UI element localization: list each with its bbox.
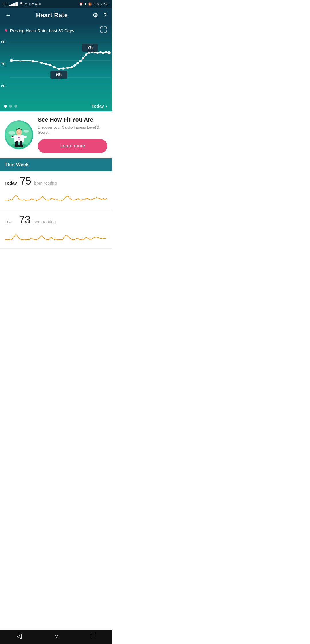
svg-point-41 bbox=[20, 131, 21, 133]
y-label-70: 70 bbox=[1, 62, 5, 66]
help-button[interactable]: ? bbox=[103, 12, 107, 19]
headphone-icon: ⊙ bbox=[25, 2, 27, 6]
fitness-text: See How Fit You Are Discover your Cardio… bbox=[38, 116, 107, 153]
svg-point-25 bbox=[108, 51, 111, 54]
carrier-label: EE bbox=[3, 2, 8, 6]
svg-point-8 bbox=[53, 66, 56, 68]
svg-rect-44 bbox=[11, 136, 14, 137]
svg-rect-43 bbox=[23, 136, 27, 138]
this-week-header: This Week bbox=[0, 158, 112, 171]
fitness-card-title: See How Fit You Are bbox=[38, 116, 107, 123]
svg-point-39 bbox=[16, 129, 22, 135]
svg-point-13 bbox=[73, 64, 76, 67]
fitness-avatar bbox=[5, 120, 33, 149]
learn-more-button[interactable]: Learn more bbox=[38, 139, 107, 153]
tue-row: Tue 73 bpm resting bbox=[0, 210, 112, 249]
heart-rate-chart: 75 65 bbox=[0, 37, 112, 101]
today-row: Today 75 bpm resting bbox=[0, 171, 112, 210]
tue-bpm-unit: bpm resting bbox=[33, 219, 56, 224]
svg-point-17 bbox=[85, 53, 87, 56]
bluetooth-icon: ✦ bbox=[84, 2, 87, 6]
dot-2[interactable] bbox=[9, 105, 12, 108]
alarm-icon: ⏰ bbox=[79, 2, 83, 6]
svg-point-15 bbox=[79, 60, 82, 62]
svg-rect-38 bbox=[18, 138, 20, 139]
svg-point-48 bbox=[19, 145, 23, 147]
today-label: Today ▲ bbox=[92, 103, 108, 108]
dnd-icon: ⊗ bbox=[35, 2, 38, 6]
svg-point-9 bbox=[58, 68, 60, 70]
svg-point-4 bbox=[32, 60, 34, 62]
svg-point-10 bbox=[62, 67, 64, 70]
svg-point-14 bbox=[76, 62, 79, 64]
tue-row-header: Tue 73 bpm resting bbox=[5, 214, 107, 226]
today-day-label: Today bbox=[5, 181, 17, 185]
svg-point-21 bbox=[96, 52, 99, 54]
expand-icon[interactable] bbox=[100, 26, 107, 35]
heart-icon: ♥ bbox=[5, 28, 8, 34]
tue-bpm: 73 bbox=[19, 214, 30, 226]
wifi-icon bbox=[19, 2, 24, 6]
time-label: 22:33 bbox=[100, 2, 108, 6]
settings-button[interactable]: ⚙ bbox=[92, 12, 98, 19]
status-right: ⏰ ✦ 🔕 71% 22:33 bbox=[79, 2, 108, 6]
today-arrow-icon: ▲ bbox=[105, 104, 108, 108]
today-bpm-unit: bpm resting bbox=[34, 181, 57, 185]
chart-y-labels: 80 70 60 bbox=[1, 37, 5, 90]
svg-point-12 bbox=[71, 66, 73, 68]
today-bpm: 75 bbox=[20, 175, 31, 187]
svg-point-7 bbox=[49, 64, 51, 66]
status-left: EE ▂▄▆█ ⊙ ♫ ≡ ⊗ ✉ bbox=[3, 2, 41, 6]
fitness-card-description: Discover your Cardio Fitness Level & Sco… bbox=[38, 125, 107, 135]
dot-1[interactable] bbox=[4, 105, 7, 108]
svg-point-3 bbox=[10, 59, 13, 62]
svg-point-47 bbox=[15, 145, 19, 147]
svg-point-5 bbox=[40, 62, 43, 64]
svg-point-34 bbox=[23, 130, 29, 133]
svg-point-16 bbox=[82, 57, 84, 59]
svg-marker-31 bbox=[57, 79, 61, 79]
dot-3[interactable] bbox=[14, 105, 17, 108]
svg-point-11 bbox=[66, 67, 69, 69]
svg-point-35 bbox=[10, 144, 28, 147]
chart-title: Resting Heart Rate, Last 30 Days bbox=[10, 28, 74, 33]
chart-area: ♥ Resting Heart Rate, Last 30 Days 80 70… bbox=[0, 22, 112, 111]
header-icons: ⚙ ? bbox=[92, 12, 107, 19]
svg-point-40 bbox=[18, 131, 18, 133]
battery-label: 71% bbox=[93, 2, 99, 6]
today-row-header: Today 75 bpm resting bbox=[5, 175, 107, 187]
svg-point-24 bbox=[105, 51, 107, 53]
mute-icon: 🔕 bbox=[88, 2, 92, 6]
chart-container: 80 70 60 bbox=[0, 37, 112, 102]
svg-point-6 bbox=[45, 63, 47, 65]
svg-point-23 bbox=[102, 52, 104, 54]
svg-text:65: 65 bbox=[56, 72, 62, 78]
header: ← Heart Rate ⚙ ? bbox=[0, 8, 112, 22]
tue-mini-chart bbox=[5, 229, 107, 246]
section-title: This Week bbox=[5, 162, 29, 167]
svg-point-22 bbox=[99, 51, 102, 53]
today-mini-chart bbox=[5, 190, 107, 207]
page-title: Heart Rate bbox=[36, 12, 68, 19]
y-label-80: 80 bbox=[1, 40, 5, 44]
signal-icon: ▂▄▆█ bbox=[9, 2, 18, 6]
nfc-icon: ≡ bbox=[32, 2, 34, 6]
chart-dots bbox=[4, 105, 17, 108]
chart-title-row: ♥ Resting Heart Rate, Last 30 Days bbox=[0, 26, 112, 37]
fitness-card: See How Fit You Are Discover your Cardio… bbox=[0, 111, 112, 158]
status-bar: EE ▂▄▆█ ⊙ ♫ ≡ ⊗ ✉ ⏰ ✦ 🔕 71% 22:33 bbox=[0, 0, 112, 8]
svg-text:75: 75 bbox=[87, 45, 93, 51]
chart-title-left: ♥ Resting Heart Rate, Last 30 Days bbox=[5, 28, 74, 34]
y-label-60: 60 bbox=[1, 84, 5, 88]
mail-icon: ✉ bbox=[39, 2, 41, 6]
chart-bottom-row: Today ▲ bbox=[0, 102, 112, 111]
spotify-icon: ♫ bbox=[28, 2, 31, 6]
back-button[interactable]: ← bbox=[5, 12, 11, 19]
svg-point-33 bbox=[8, 131, 15, 135]
tue-day-label: Tue bbox=[5, 219, 16, 224]
